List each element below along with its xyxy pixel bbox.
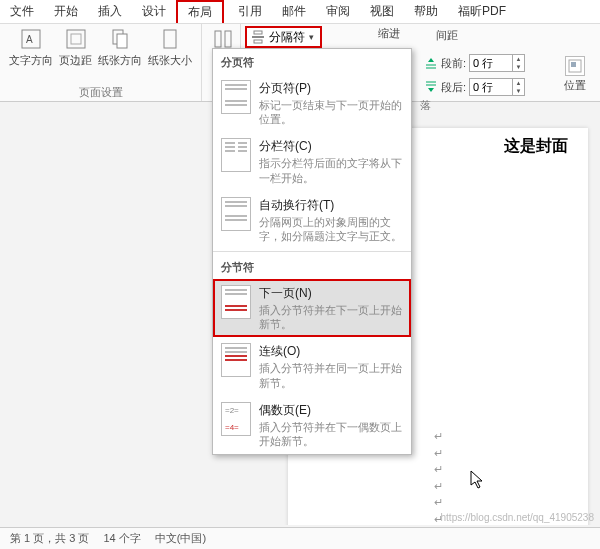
spacing-group: 段前: 0 行 ▲▼ 段后: 0 行 ▲▼ 落 [420, 52, 529, 96]
columns-icon [211, 28, 235, 50]
even-page-icon: =2==4= [221, 402, 251, 436]
breaks-label: 分隔符 [269, 29, 305, 46]
svg-rect-3 [71, 34, 81, 44]
spin-down-icon[interactable]: ▼ [513, 63, 524, 71]
status-lang[interactable]: 中文(中国) [155, 531, 206, 546]
chevron-down-icon: ▾ [309, 32, 314, 42]
text-direction-button[interactable]: A 文字方向 [6, 26, 56, 70]
size-icon [158, 28, 182, 50]
next-page-section-item[interactable]: 下一页(N) 插入分节符并在下一页上开始新节。 [213, 279, 411, 337]
svg-rect-2 [67, 30, 85, 48]
tab-insert[interactable]: 插入 [88, 0, 132, 23]
next-page-icon [221, 285, 251, 319]
spacing-before-row: 段前: 0 行 ▲▼ [424, 54, 525, 72]
page-setup-label: 页面设置 [6, 83, 195, 100]
paragraph-marks: ↵↵↵↵↵↵⊢⎯⎯⎯⊣↵ [418, 428, 459, 525]
cover-title: 这是封面 [504, 136, 568, 157]
status-page[interactable]: 第 1 页，共 3 页 [10, 531, 89, 546]
position-icon [565, 56, 585, 76]
spacing-after-label: 段后: [441, 80, 466, 95]
tab-design[interactable]: 设计 [132, 0, 176, 23]
svg-rect-7 [215, 31, 221, 47]
spin-up-icon[interactable]: ▲ [513, 55, 524, 63]
indent-label: 缩进 [378, 26, 400, 41]
watermark: https://blog.csdn.net/qq_41905238 [441, 512, 594, 523]
text-wrap-break-item[interactable]: 自动换行符(T) 分隔网页上的对象周围的文字，如分隔题注文字与正文。 [213, 191, 411, 249]
text-direction-icon: A [19, 28, 43, 50]
tab-home[interactable]: 开始 [44, 0, 88, 23]
status-words[interactable]: 14 个字 [103, 531, 140, 546]
position-button[interactable]: 位置 [556, 52, 594, 97]
continuous-icon [221, 343, 251, 377]
orientation-button[interactable]: 纸张方向 [95, 26, 145, 70]
status-bar: 第 1 页，共 3 页 14 个字 中文(中国) [0, 527, 600, 549]
tab-help[interactable]: 帮助 [404, 0, 448, 23]
margins-button[interactable]: 页边距 [56, 26, 95, 70]
ribbon-tabs: 文件 开始 插入 设计 布局 引用 邮件 审阅 视图 帮助 福昕PDF [0, 0, 600, 24]
spacing-before-label: 段前: [441, 56, 466, 71]
svg-rect-6 [164, 30, 176, 48]
text-wrap-icon [221, 197, 251, 231]
tab-review[interactable]: 审阅 [316, 0, 360, 23]
spacing-before-field[interactable]: 0 行 ▲▼ [469, 54, 525, 72]
spacing-after-field[interactable]: 0 行 ▲▼ [469, 78, 525, 96]
size-button[interactable]: 纸张大小 [145, 26, 195, 70]
column-break-item[interactable]: 分栏符(C) 指示分栏符后面的文字将从下一栏开始。 [213, 132, 411, 190]
tab-layout[interactable]: 布局 [176, 0, 224, 23]
continuous-section-item[interactable]: 连续(O) 插入分节符并在同一页上开始新节。 [213, 337, 411, 395]
tab-view[interactable]: 视图 [360, 0, 404, 23]
section-breaks-header: 分节符 [213, 254, 411, 279]
svg-text:A: A [26, 34, 33, 45]
svg-rect-8 [225, 31, 231, 47]
svg-rect-17 [571, 62, 576, 67]
svg-rect-5 [117, 34, 127, 48]
spin-up-icon[interactable]: ▲ [513, 79, 524, 87]
spacing-after-icon [424, 80, 438, 94]
tab-references[interactable]: 引用 [228, 0, 272, 23]
svg-rect-11 [254, 40, 262, 43]
svg-rect-9 [252, 36, 264, 38]
spacing-before-icon [424, 56, 438, 70]
spin-down-icon[interactable]: ▼ [513, 87, 524, 95]
tab-foxit[interactable]: 福昕PDF [448, 0, 516, 23]
orientation-icon [108, 28, 132, 50]
tab-file[interactable]: 文件 [0, 0, 44, 23]
column-break-icon [221, 138, 251, 172]
even-page-section-item[interactable]: =2==4= 偶数页(E) 插入分节符并在下一偶数页上开始新节。 [213, 396, 411, 454]
page-setup-group: A 文字方向 页边距 纸张方向 纸张大小 [0, 24, 202, 101]
breaks-icon [251, 30, 265, 44]
page-break-icon [221, 80, 251, 114]
margins-icon [64, 28, 88, 50]
breaks-dropdown: 分页符 分页符(P) 标记一页结束与下一页开始的位置。 分栏符(C) 指示分栏符… [212, 48, 412, 455]
spacing-after-row: 段后: 0 行 ▲▼ [424, 78, 525, 96]
tab-mailings[interactable]: 邮件 [272, 0, 316, 23]
spacing-header: 间距 [436, 28, 458, 43]
page-breaks-header: 分页符 [213, 49, 411, 74]
page-break-item[interactable]: 分页符(P) 标记一页结束与下一页开始的位置。 [213, 74, 411, 132]
breaks-button[interactable]: 分隔符 ▾ [245, 26, 322, 48]
svg-rect-10 [254, 31, 262, 34]
